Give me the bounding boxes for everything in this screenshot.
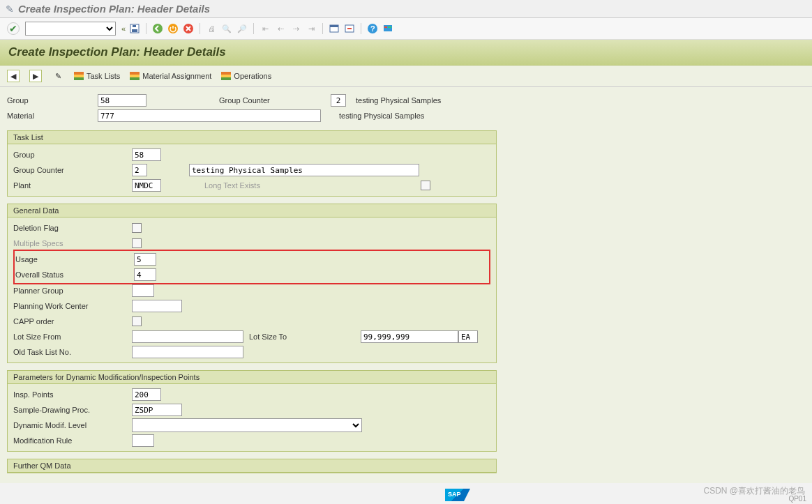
mod-rule-input[interactable] xyxy=(132,434,154,447)
group-label: Group xyxy=(7,96,98,105)
svg-text:?: ? xyxy=(370,24,375,33)
general-title: General Data xyxy=(8,204,496,217)
material-input[interactable] xyxy=(98,109,321,122)
page-title: Create Inspection Plan: Header Details xyxy=(0,40,812,66)
save-icon[interactable] xyxy=(128,22,141,35)
sdp-input[interactable] xyxy=(132,404,182,416)
group-counter-label: Group Counter xyxy=(219,96,331,105)
insp-points-label: Insp. Points xyxy=(13,390,132,399)
find-next-icon: 🔎 xyxy=(236,22,248,35)
multiple-specs-label: Multiple Specs xyxy=(13,239,132,247)
tl-group-input[interactable] xyxy=(132,148,161,161)
svg-rect-1 xyxy=(132,29,137,32)
back-icon[interactable] xyxy=(151,22,164,35)
tl-gc-label: Group Counter xyxy=(13,166,132,174)
svg-rect-12 xyxy=(384,26,387,28)
svg-rect-2 xyxy=(133,25,136,27)
material-label: Material xyxy=(7,112,98,120)
planner-group-input[interactable] xyxy=(132,284,154,297)
first-page-icon: ⇤ xyxy=(259,22,271,35)
help-icon[interactable]: ? xyxy=(366,22,379,35)
nav-task-lists[interactable]: Task Lists xyxy=(74,72,120,80)
usage-input[interactable] xyxy=(134,253,156,266)
highlight-annotation: Usage Overall Status xyxy=(13,250,490,284)
layout-icon[interactable] xyxy=(382,22,394,35)
window-titlebar: ✎ Create Inspection Plan: Header Details xyxy=(0,0,812,18)
shortcut-icon[interactable] xyxy=(343,22,356,35)
dml-label: Dynamic Modif. Level xyxy=(13,421,132,429)
nav-material-assignment[interactable]: Material Assignment xyxy=(130,72,211,80)
pwc-label: Planning Work Center xyxy=(13,302,132,310)
material-text: testing Physical Samples xyxy=(339,112,424,120)
nav-operations[interactable]: Operations xyxy=(221,72,271,80)
sdp-label: Sample-Drawing Proc. xyxy=(13,406,132,414)
tl-gc-input[interactable] xyxy=(132,164,147,176)
pwc-input[interactable] xyxy=(132,300,182,312)
exit-icon[interactable] xyxy=(167,22,179,35)
tl-plant-input[interactable] xyxy=(132,179,161,192)
further-qm-group: Further QM Data xyxy=(7,459,497,473)
lot-from-label: Lot Size From xyxy=(13,333,132,341)
lot-unit-input[interactable] xyxy=(458,330,478,343)
lot-to-input[interactable] xyxy=(361,330,458,343)
usage-label: Usage xyxy=(15,255,134,264)
general-data-group: General Data Deletion Flag Multiple Spec… xyxy=(7,204,497,363)
print-icon: 🖨 xyxy=(205,22,218,35)
lot-to-label: Lot Size To xyxy=(249,333,361,341)
svg-rect-7 xyxy=(330,25,338,27)
deletion-flag-checkbox[interactable] xyxy=(132,223,142,233)
chart-icon xyxy=(130,72,140,80)
chart-icon xyxy=(74,72,84,80)
group-input[interactable] xyxy=(98,94,146,107)
window-title: Create Inspection Plan: Header Details xyxy=(18,3,210,15)
svg-rect-13 xyxy=(388,26,391,28)
tl-gc-desc[interactable] xyxy=(189,164,419,176)
tl-longtext-label: Long Text Exists xyxy=(204,181,260,190)
old-task-label: Old Task List No. xyxy=(13,348,132,356)
next-page-icon: ⇢ xyxy=(290,22,302,35)
planner-group-label: Planner Group xyxy=(13,287,132,295)
capp-label: CAPP order xyxy=(13,317,132,326)
multiple-specs-checkbox xyxy=(132,238,142,248)
overall-status-label: Overall Status xyxy=(15,270,134,279)
mod-rule-label: Modification Rule xyxy=(13,436,132,445)
deletion-flag-label: Deletion Flag xyxy=(13,224,132,232)
task-list-title: Task List xyxy=(8,131,496,144)
svg-point-3 xyxy=(153,24,163,33)
svg-rect-11 xyxy=(384,25,392,31)
lot-from-input[interactable] xyxy=(132,330,243,343)
insp-points-input[interactable] xyxy=(132,388,161,401)
prev-page-icon: ⇠ xyxy=(274,22,287,35)
cancel-icon[interactable] xyxy=(182,22,195,35)
main-toolbar: ✔ « 🖨 🔍 🔎 ⇤ ⇠ ⇢ ⇥ ? xyxy=(0,18,812,40)
old-task-input[interactable] xyxy=(132,346,243,358)
task-list-group: Task List Group Group Counter PlantLong … xyxy=(7,130,497,197)
capp-checkbox[interactable] xyxy=(132,316,142,326)
dml-select[interactable] xyxy=(132,418,362,432)
enter-icon[interactable]: ✔ xyxy=(7,22,20,35)
command-field[interactable] xyxy=(25,22,116,36)
main-area: Create Inspection Plan: Header Details ◀… xyxy=(0,40,812,483)
document-icon: ✎ xyxy=(6,3,14,15)
tl-longtext-checkbox xyxy=(421,181,430,190)
overall-status-input[interactable] xyxy=(134,268,156,281)
further-qm-title: Further QM Data xyxy=(8,459,496,473)
nav-next-icon[interactable]: ▶ xyxy=(29,70,42,82)
tl-group-label: Group xyxy=(13,151,132,159)
group-counter-input[interactable] xyxy=(331,94,346,107)
find-icon: 🔍 xyxy=(220,22,233,35)
new-session-icon[interactable] xyxy=(328,22,340,35)
nav-prev-icon[interactable]: ◀ xyxy=(7,70,20,82)
group-counter-text: testing Physical Samples xyxy=(356,96,441,105)
tl-plant-label: Plant xyxy=(13,181,132,190)
history-back-icon[interactable]: « xyxy=(121,24,126,33)
params-group: Parameters for Dynamic Modification/Insp… xyxy=(7,370,497,452)
edit-icon[interactable]: ✎ xyxy=(52,70,64,82)
nav-bar: ◀ ▶ ✎ Task Lists Material Assignment Ope… xyxy=(0,66,812,87)
last-page-icon: ⇥ xyxy=(305,22,317,35)
chart-icon xyxy=(221,72,231,80)
params-title: Parameters for Dynamic Modification/Insp… xyxy=(8,371,496,384)
